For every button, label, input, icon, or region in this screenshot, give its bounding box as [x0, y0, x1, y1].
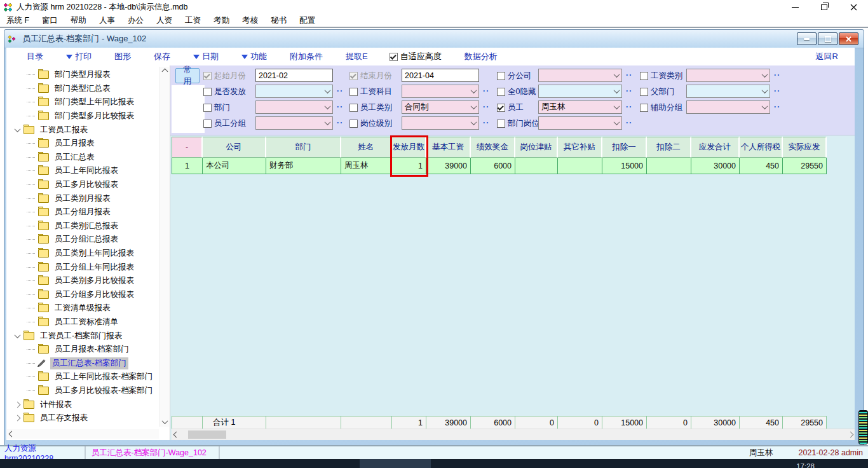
menu-item-4[interactable]: 办公: [121, 15, 150, 26]
tree-item-15[interactable]: 员工类别多月比较报表: [8, 274, 158, 288]
filter-control-11[interactable]: [538, 116, 622, 130]
row-cell-12[interactable]: 450: [740, 158, 783, 174]
tree-item-22[interactable]: 员工上年同比报表-档案部门: [8, 370, 158, 384]
back-button[interactable]: 返回R: [816, 51, 838, 62]
tree-item-9[interactable]: 员工类别月报表: [8, 191, 158, 205]
tree-item-11[interactable]: 员工类别汇总报表: [8, 219, 158, 233]
row-cell-9[interactable]: 15000: [602, 158, 647, 174]
statusbar-app[interactable]: 人力资源hrm20210228: [0, 446, 86, 459]
column-header-10[interactable]: 扣除二: [647, 137, 691, 158]
dropdown-arrow-icon[interactable]: [322, 85, 332, 97]
toolbar-button-6[interactable]: 附加条件: [290, 51, 323, 62]
tree-item-5[interactable]: 员工月报表: [8, 137, 158, 151]
tree-item-10[interactable]: 员工分组月报表: [8, 205, 158, 219]
scrollbar-thumb[interactable]: [188, 430, 226, 439]
dropdown-arrow-icon[interactable]: [611, 101, 621, 113]
filter-control-9[interactable]: [538, 85, 622, 98]
filter-control-7[interactable]: [402, 116, 479, 130]
column-header-2[interactable]: 部门: [266, 137, 341, 158]
checkbox[interactable]: [497, 104, 505, 112]
tree-horizontal-scrollbar[interactable]: [7, 429, 159, 439]
tree-item-12[interactable]: 员工分组汇总报表: [8, 233, 158, 247]
menu-item-7[interactable]: 考勤: [207, 15, 236, 26]
checkbox[interactable]: [203, 72, 212, 80]
row-cell-1[interactable]: 本公司: [203, 158, 266, 174]
filter-control-14[interactable]: [686, 100, 770, 114]
more-options-link[interactable]: ..: [774, 85, 781, 93]
more-options-link[interactable]: ..: [337, 85, 344, 93]
column-header-12[interactable]: 个人所得税: [740, 137, 783, 158]
chevron-down-icon[interactable]: [13, 334, 22, 338]
row-cell-3[interactable]: 周玉林: [341, 158, 392, 174]
menu-item-2[interactable]: 帮助: [64, 15, 93, 26]
more-options-link[interactable]: ..: [774, 69, 781, 78]
scroll-left-icon[interactable]: [172, 432, 180, 437]
menu-item-10[interactable]: 配置: [293, 15, 322, 26]
row-cell-4[interactable]: 1: [392, 158, 426, 174]
column-header-9[interactable]: 扣除一: [602, 137, 647, 158]
more-options-link[interactable]: ..: [483, 85, 490, 93]
row-cell-8[interactable]: [558, 158, 602, 174]
row-cell-10[interactable]: [647, 158, 691, 174]
chevron-down-icon[interactable]: [13, 128, 22, 132]
column-header-4[interactable]: 发放月数: [392, 137, 426, 158]
row-cell-0[interactable]: 1: [172, 158, 203, 174]
dropdown-arrow-icon[interactable]: [468, 117, 478, 129]
tree-item-25[interactable]: 员工存支报表: [8, 411, 158, 425]
child-close-button[interactable]: [839, 32, 858, 45]
column-header-0[interactable]: -: [172, 137, 203, 158]
row-cell-7[interactable]: [515, 158, 558, 174]
tree-item-8[interactable]: 员工多月比较报表: [8, 178, 158, 192]
row-cell-6[interactable]: 6000: [471, 158, 515, 174]
column-header-5[interactable]: 基本工资: [426, 137, 471, 158]
close-button[interactable]: [839, 0, 868, 14]
toolbar-button-7[interactable]: 提取E: [346, 51, 368, 62]
statusbar-report[interactable]: 员工汇总表-档案部门-Wage_102: [86, 446, 220, 459]
more-options-link[interactable]: ..: [483, 100, 490, 109]
scroll-right-icon[interactable]: [846, 432, 855, 437]
toolbar-button-3[interactable]: 保存: [154, 51, 170, 62]
row-cell-5[interactable]: 39000: [426, 158, 471, 174]
filter-control-4[interactable]: 2021-04: [402, 69, 479, 82]
toolbar-button-1[interactable]: 打印: [66, 51, 92, 62]
autofit-checkbox[interactable]: [390, 53, 398, 61]
more-options-link[interactable]: ..: [626, 69, 633, 78]
filter-control-5[interactable]: [402, 85, 479, 98]
menu-item-0[interactable]: 系统 F: [0, 15, 36, 26]
dropdown-arrow-icon[interactable]: [611, 69, 621, 81]
menu-item-6[interactable]: 工资: [179, 15, 207, 26]
checkbox[interactable]: [497, 72, 505, 80]
column-header-13[interactable]: 实际应发: [783, 137, 827, 158]
checkbox[interactable]: [203, 104, 212, 112]
scroll-up-icon[interactable]: [161, 69, 168, 75]
tree-item-0[interactable]: 部门类型月报表: [8, 68, 158, 82]
more-options-link[interactable]: ..: [337, 100, 344, 109]
filter-control-2[interactable]: [255, 100, 333, 114]
dropdown-arrow-icon[interactable]: [611, 85, 621, 97]
filter-control-0[interactable]: 2021-02: [255, 69, 333, 82]
row-cell-13[interactable]: 29550: [783, 158, 827, 174]
checkbox[interactable]: [640, 88, 648, 96]
menu-item-9[interactable]: 秘书: [264, 15, 293, 26]
checkbox[interactable]: [640, 72, 648, 80]
toolbar-button-0[interactable]: 目录: [27, 51, 43, 62]
checkbox[interactable]: [497, 88, 505, 96]
tree-item-17[interactable]: 工资清单级报表: [8, 301, 158, 315]
tree-item-13[interactable]: 员工类别上年同比报表: [8, 247, 158, 261]
menu-item-1[interactable]: 窗口: [36, 15, 64, 26]
more-options-link[interactable]: ..: [626, 85, 633, 93]
checkbox[interactable]: [349, 120, 358, 128]
more-options-link[interactable]: ..: [626, 116, 633, 125]
dropdown-arrow-icon[interactable]: [468, 101, 478, 113]
more-options-link[interactable]: ..: [626, 100, 633, 109]
filter-control-8[interactable]: [538, 69, 622, 82]
checkbox[interactable]: [349, 72, 358, 80]
column-header-6[interactable]: 绩效奖金: [471, 137, 515, 158]
tree-item-24[interactable]: 计件报表: [8, 397, 158, 411]
tree-item-14[interactable]: 员工分组上年同比报表: [8, 260, 158, 274]
filter-control-12[interactable]: [686, 69, 770, 82]
filter-control-6[interactable]: 合同制: [402, 100, 479, 114]
grid-horizontal-scrollbar[interactable]: [172, 429, 855, 440]
filter-control-10[interactable]: 周玉林: [538, 100, 622, 114]
column-header-11[interactable]: 应发合计: [691, 137, 740, 158]
